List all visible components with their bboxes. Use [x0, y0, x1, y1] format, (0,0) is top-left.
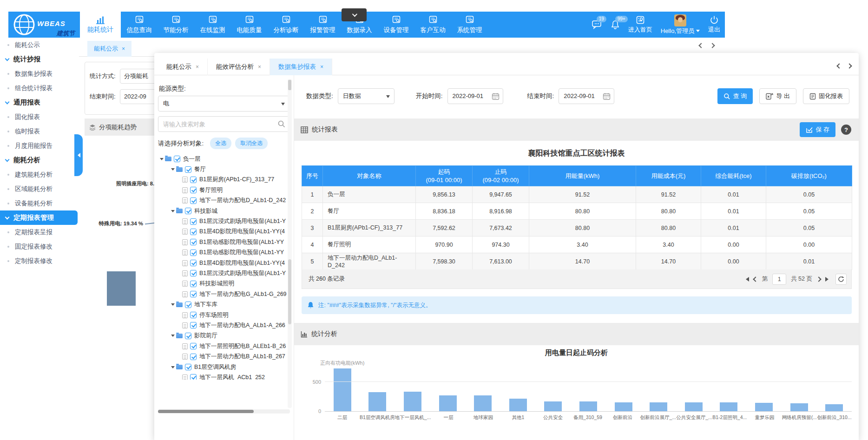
expand-icon[interactable] — [171, 335, 175, 339]
logout-button[interactable]: 退出 — [708, 15, 720, 34]
tree-node-1[interactable]: 负一层 — [158, 154, 290, 164]
tree-node-7[interactable]: B1层沉浸式剧场用电预留(ALb1-Y — [158, 216, 290, 226]
checkbox-checked[interactable] — [190, 177, 197, 183]
checkbox-checked[interactable] — [190, 239, 197, 245]
scrollbar-top-thumb[interactable] — [288, 80, 291, 90]
deselect-all-button[interactable]: 取消全选 — [235, 138, 268, 149]
nav-item-2[interactable]: 节能分析 — [158, 12, 194, 38]
window-tab-3[interactable]: 数据集抄报表× — [270, 59, 332, 75]
sidebar-item-13[interactable]: 定期报表管理 — [0, 210, 78, 225]
tree-node-2[interactable]: 餐厅 — [158, 164, 290, 174]
sidebar-item-6[interactable]: 固化报表 — [0, 110, 78, 124]
tree-node-15[interactable]: 地下车库 — [158, 299, 290, 309]
export-button[interactable]: 导 出 — [759, 88, 796, 104]
checkbox-checked[interactable] — [190, 312, 197, 318]
checkbox-checked[interactable] — [190, 250, 197, 256]
tab-scroll-left-icon[interactable] — [836, 63, 842, 68]
last-page-icon[interactable] — [825, 277, 831, 282]
sidebar-item-15[interactable]: 固定报表修改 — [0, 239, 78, 254]
tree-node-3[interactable]: B1层厨房(APb1-CF)_313_77 — [158, 175, 290, 185]
sidebar-item-9[interactable]: 能耗分析 — [0, 153, 78, 167]
start-date-input[interactable]: 2022-09-01 — [447, 88, 503, 104]
refresh-button[interactable] — [835, 274, 847, 285]
outer-end-time-input[interactable]: 2022-09 — [120, 89, 158, 104]
nav-item-3[interactable]: 在线监测 — [194, 12, 231, 38]
tree-node-18[interactable]: 影院前厅 — [158, 331, 290, 341]
tree-node-16[interactable]: 停车场照明 — [158, 310, 290, 320]
energy-type-select[interactable]: 电 — [158, 96, 290, 112]
outer-tab-energy-publicity[interactable]: 能耗公示 × — [87, 41, 132, 57]
checkbox-checked[interactable] — [190, 187, 197, 193]
enter-home-button[interactable]: 进入首页 — [628, 15, 652, 34]
nav-item-10[interactable]: 系统管理 — [451, 12, 488, 38]
tree-vertical-scrollbar[interactable] — [288, 79, 292, 408]
tree-search-input[interactable] — [163, 117, 270, 131]
nav-item-4[interactable]: 电能质量 — [231, 12, 268, 38]
sidebar-item-14[interactable]: 定期报表呈报 — [0, 225, 78, 239]
checkbox-checked[interactable] — [185, 302, 191, 308]
next-page-icon[interactable] — [816, 276, 821, 282]
expand-icon[interactable] — [171, 168, 175, 172]
expand-icon[interactable] — [171, 210, 175, 214]
scrollbar-thumb[interactable] — [288, 259, 291, 324]
close-icon[interactable]: × — [196, 64, 199, 70]
close-icon[interactable]: × — [320, 64, 323, 70]
select-all-button[interactable]: 全选 — [210, 138, 231, 149]
checkbox-checked[interactable] — [190, 229, 197, 235]
checkbox-checked[interactable] — [190, 374, 197, 380]
checkbox-checked[interactable] — [185, 166, 191, 173]
page-number-input[interactable]: 1 — [772, 274, 786, 285]
tree-node-21[interactable]: B1层空调风机房 — [158, 362, 290, 372]
sidebar-item-11[interactable]: 区域能耗分析 — [0, 182, 78, 196]
search-icon[interactable] — [277, 120, 286, 128]
tree-node-9[interactable]: B1层动感影院用电预留(ALb1-YY — [158, 237, 290, 247]
checkbox-checked[interactable] — [190, 354, 197, 360]
sidebar-item-3[interactable]: 数据集抄报表 — [0, 66, 78, 81]
tree-node-19[interactable]: 地下一层照明配电B_ALEb1-B_26 — [158, 341, 290, 351]
sidebar-item-1[interactable]: 能耗公示 — [0, 38, 78, 52]
checkbox-checked[interactable] — [190, 291, 197, 297]
checkbox-checked[interactable] — [190, 322, 197, 328]
checkbox-checked[interactable] — [185, 364, 191, 370]
tree-node-14[interactable]: 地下一层动力配电G_ALb1-G_269 — [158, 289, 290, 299]
expand-icon[interactable] — [171, 366, 175, 370]
nav-item-5[interactable]: 分析诊断 — [268, 12, 304, 38]
nav-item-1[interactable]: 信息查询 — [121, 12, 158, 38]
messages-icon[interactable]: 19 — [592, 20, 602, 29]
sidebar-collapse-handle[interactable] — [74, 134, 83, 176]
tree-node-11[interactable]: B1层4D影院用电预留(ALb1-YY(4 — [158, 258, 290, 268]
tree-node-6[interactable]: 科技影城 — [158, 206, 290, 216]
tree-node-22[interactable]: 地下一层风机_ACb1_252 — [158, 372, 290, 380]
close-icon[interactable]: × — [258, 64, 261, 70]
checkbox-checked[interactable] — [185, 333, 191, 339]
tree-node-12[interactable]: B1层沉浸式剧场用电预留(ALb1-Y — [158, 268, 290, 278]
tab-scroll-right-icon[interactable] — [847, 63, 852, 68]
checkbox-checked[interactable] — [190, 281, 197, 287]
tab-scroll-left-icon[interactable] — [698, 43, 704, 48]
data-type-select[interactable]: 日数据 — [338, 88, 395, 104]
stat-mode-select[interactable]: 分项能耗 — [120, 69, 158, 84]
browser-dropdown-hint[interactable] — [342, 8, 367, 21]
first-page-icon[interactable] — [743, 277, 749, 282]
nav-item-9[interactable]: 客户互动 — [414, 12, 451, 38]
sidebar-item-4[interactable]: 组合统计报表 — [0, 81, 78, 95]
checkbox-checked[interactable] — [190, 270, 197, 276]
query-button[interactable]: 查 询 — [717, 88, 753, 104]
tree-horizontal-scrollbar[interactable] — [158, 409, 290, 414]
window-tab-2[interactable]: 能效评估分析× — [208, 59, 270, 75]
checkbox-checked[interactable] — [190, 260, 197, 266]
window-tab-1[interactable]: 能耗公示× — [158, 59, 208, 75]
tree-node-8[interactable]: B1层4D影院用电预留(ALb1-YY(4 — [158, 227, 290, 237]
sidebar-item-7[interactable]: 临时报表 — [0, 124, 78, 138]
scrollbar-thumb[interactable] — [158, 410, 254, 413]
tree-node-13[interactable]: 科技影城照明 — [158, 279, 290, 289]
sidebar-item-8[interactable]: 月度用能报告 — [0, 138, 78, 153]
tree-node-4[interactable]: 餐厅照明 — [158, 185, 290, 195]
sidebar-item-10[interactable]: 建筑能耗分析 — [0, 167, 78, 182]
solidify-report-button[interactable]: 固化报表 — [803, 88, 849, 104]
nav-item-8[interactable]: 设备管理 — [378, 12, 414, 38]
sidebar-item-2[interactable]: 统计抄报 — [0, 52, 78, 66]
sidebar-item-16[interactable]: 定制报表修改 — [0, 254, 78, 268]
expand-icon[interactable] — [171, 303, 175, 308]
checkbox-checked[interactable] — [174, 156, 180, 162]
